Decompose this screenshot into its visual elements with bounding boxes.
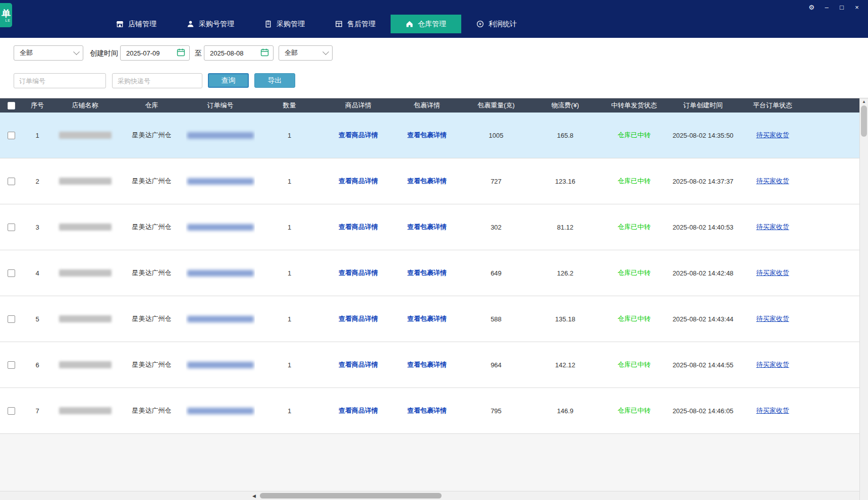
- col-package-details: 包裹详情: [393, 98, 461, 113]
- view-product-details-link[interactable]: 查看商品详情: [339, 268, 378, 277]
- platform-order-status-link[interactable]: 待买家收货: [756, 406, 789, 415]
- row-checkbox[interactable]: [8, 269, 15, 277]
- col-shop-name: 店铺名称: [52, 98, 118, 113]
- view-package-details-link[interactable]: 查看包裹详情: [407, 131, 447, 140]
- calendar-icon[interactable]: [177, 48, 185, 58]
- package-weight: 727: [461, 158, 531, 204]
- coin-icon: ¥: [476, 20, 484, 28]
- table-row[interactable]: 6 星美达广州仓 1 查看商品详情 查看包裹详情 964 142.12 仓库已中…: [0, 342, 859, 388]
- platform-order-status-link[interactable]: 待买家收货: [756, 131, 789, 140]
- table-header: 序号 店铺名称 仓库 订单编号 数量 商品详情 包裹详情 包裹重量(克) 物流费…: [0, 98, 859, 113]
- order-created-time: 2025-08-02 14:44:55: [669, 342, 737, 387]
- warehouse-name: 星美达广州仓: [118, 204, 186, 250]
- tab-profit-statistics[interactable]: ¥ 利润统计: [461, 15, 532, 33]
- order-number-redacted: [187, 362, 254, 368]
- view-product-details-link[interactable]: 查看商品详情: [339, 223, 378, 232]
- shop-icon: [116, 20, 124, 28]
- logistics-fee: 81.12: [531, 204, 600, 250]
- horizontal-scrollbar[interactable]: ◀: [0, 491, 859, 500]
- type-filter-select[interactable]: 全部: [14, 45, 83, 61]
- view-package-details-link[interactable]: 查看包裹详情: [407, 223, 447, 232]
- status-filter-select[interactable]: 全部: [279, 45, 333, 61]
- export-button[interactable]: 导出: [254, 73, 295, 88]
- svg-text:¥: ¥: [479, 22, 481, 26]
- select-all-checkbox[interactable]: [8, 102, 15, 109]
- warehouse-name: 星美达广州仓: [118, 388, 186, 433]
- row-checkbox[interactable]: [8, 361, 15, 369]
- date-to-input[interactable]: 2025-08-08: [204, 45, 274, 61]
- tab-label: 售后管理: [347, 20, 375, 29]
- transfer-status: 仓库已中转: [600, 296, 669, 342]
- row-checkbox[interactable]: [8, 224, 15, 231]
- purchase-express-input[interactable]: [112, 73, 202, 88]
- filter-panel: 全部 创建时间 2025-07-09 至 2025-08-08 全部 查询 导出: [0, 38, 868, 98]
- view-package-details-link[interactable]: 查看包裹详情: [407, 314, 447, 323]
- vertical-scrollbar-thumb[interactable]: [861, 105, 867, 137]
- view-package-details-link[interactable]: 查看包裹详情: [407, 268, 447, 277]
- col-created-time: 订单创建时间: [669, 98, 737, 113]
- home-icon: [406, 20, 413, 28]
- warehouse-name: 星美达广州仓: [118, 296, 186, 342]
- order-number-input[interactable]: [14, 73, 106, 88]
- platform-order-status-link[interactable]: 待买家收货: [756, 223, 789, 232]
- tab-label: 仓库管理: [418, 20, 446, 29]
- transfer-status: 仓库已中转: [600, 158, 669, 204]
- tab-purchase-management[interactable]: 采购管理: [249, 15, 320, 33]
- view-package-details-link[interactable]: 查看包裹详情: [407, 177, 447, 186]
- horizontal-scrollbar-thumb[interactable]: [260, 493, 442, 498]
- row-checkbox[interactable]: [8, 407, 15, 415]
- row-checkbox[interactable]: [8, 132, 15, 139]
- tab-shop-management[interactable]: 店铺管理: [101, 15, 172, 33]
- chevron-down-icon: [73, 48, 80, 55]
- row-index: 5: [22, 296, 52, 342]
- view-package-details-link[interactable]: 查看包裹详情: [407, 360, 447, 369]
- orders-table: 序号 店铺名称 仓库 订单编号 数量 商品详情 包裹详情 包裹重量(克) 物流费…: [0, 98, 859, 434]
- platform-order-status-link[interactable]: 待买家收货: [756, 177, 789, 186]
- table-row[interactable]: 5 星美达广州仓 1 查看商品详情 查看包裹详情 588 135.18 仓库已中…: [0, 296, 859, 342]
- logistics-fee: 142.12: [531, 342, 600, 387]
- tab-purchase-account-management[interactable]: 采购号管理: [172, 15, 249, 33]
- platform-order-status-link[interactable]: 待买家收货: [756, 360, 789, 369]
- table-row[interactable]: 4 星美达广州仓 1 查看商品详情 查看包裹详情 649 126.2 仓库已中转…: [0, 250, 859, 296]
- tab-label: 利润统计: [489, 20, 517, 29]
- view-product-details-link[interactable]: 查看商品详情: [339, 177, 378, 186]
- table-row[interactable]: 7 星美达广州仓 1 查看商品详情 查看包裹详情 795 146.9 仓库已中转…: [0, 388, 859, 434]
- tab-warehouse-management[interactable]: 仓库管理: [391, 15, 461, 33]
- settings-gear-icon[interactable]: ⚙: [805, 2, 818, 12]
- calendar-icon[interactable]: [260, 48, 269, 58]
- view-product-details-link[interactable]: 查看商品详情: [339, 314, 378, 323]
- date-from-input[interactable]: 2025-07-09: [120, 45, 190, 61]
- view-product-details-link[interactable]: 查看商品详情: [339, 406, 378, 415]
- row-checkbox[interactable]: [8, 178, 15, 185]
- table-row[interactable]: 2 星美达广州仓 1 查看商品详情 查看包裹详情 727 123.16 仓库已中…: [0, 158, 859, 204]
- package-weight: 795: [461, 388, 531, 433]
- tab-aftersales-management[interactable]: 售后管理: [320, 15, 391, 33]
- quantity: 1: [255, 113, 324, 158]
- minimize-button[interactable]: –: [821, 2, 833, 12]
- view-product-details-link[interactable]: 查看商品详情: [339, 131, 378, 140]
- row-index: 3: [22, 204, 52, 250]
- view-product-details-link[interactable]: 查看商品详情: [339, 360, 378, 369]
- package-weight: 1005: [461, 113, 531, 158]
- quantity: 1: [255, 296, 324, 342]
- view-package-details-link[interactable]: 查看包裹详情: [407, 406, 447, 415]
- user-icon: [187, 20, 194, 28]
- quantity: 1: [255, 204, 324, 250]
- transfer-status: 仓库已中转: [600, 204, 669, 250]
- table-row[interactable]: 3 星美达广州仓 1 查看商品详情 查看包裹详情 302 81.12 仓库已中转…: [0, 204, 859, 250]
- close-button[interactable]: ×: [851, 2, 863, 12]
- platform-order-status-link[interactable]: 待买家收货: [756, 268, 789, 277]
- vertical-scrollbar[interactable]: ▲: [859, 98, 868, 500]
- maximize-button[interactable]: □: [836, 2, 848, 12]
- order-number-redacted: [187, 270, 254, 276]
- row-checkbox[interactable]: [8, 315, 15, 323]
- order-created-time: 2025-08-02 14:35:50: [669, 113, 737, 158]
- order-created-time: 2025-08-02 14:46:05: [669, 388, 737, 433]
- platform-order-status-link[interactable]: 待买家收货: [756, 314, 789, 323]
- scroll-up-arrow-icon[interactable]: ▲: [860, 99, 868, 104]
- table-row[interactable]: 1 星美达广州仓 1 查看商品详情 查看包裹详情 1005 165.8 仓库已中…: [0, 113, 859, 158]
- tab-label: 采购号管理: [199, 20, 234, 29]
- query-button[interactable]: 查询: [208, 73, 249, 88]
- scroll-left-arrow-icon[interactable]: ◀: [252, 493, 256, 498]
- quantity: 1: [255, 158, 324, 204]
